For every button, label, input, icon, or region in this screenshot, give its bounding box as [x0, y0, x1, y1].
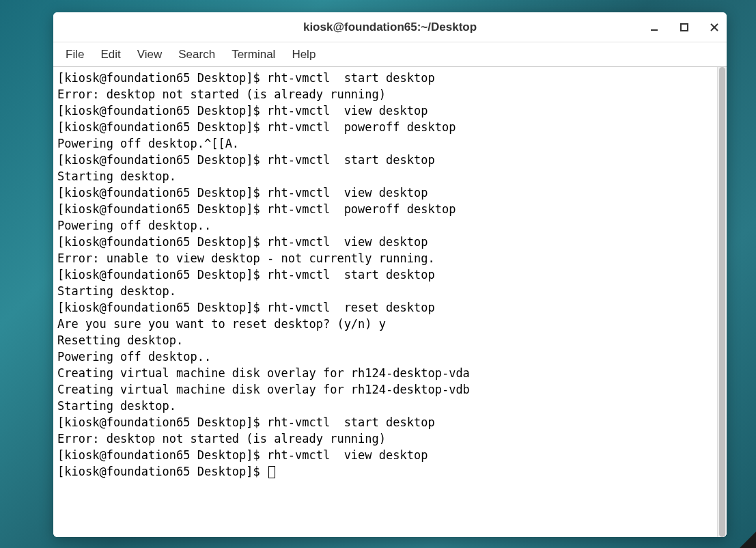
terminal-line: [kiosk@foundation65 Desktop]$ rht-vmctl …: [57, 266, 713, 283]
minimize-icon: [649, 23, 659, 32]
menu-file[interactable]: File: [59, 45, 91, 64]
terminal-line: Starting desktop.: [57, 168, 713, 184]
terminal-line: [kiosk@foundation65 Desktop]$ rht-vmctl …: [57, 152, 713, 168]
terminal-line: Error: desktop not started (is already r…: [57, 430, 713, 447]
terminal-line: Creating virtual machine disk overlay fo…: [57, 365, 713, 381]
close-button[interactable]: [708, 20, 721, 34]
menu-search[interactable]: Search: [171, 45, 222, 64]
terminal-line: Error: unable to view desktop - not curr…: [57, 250, 713, 266]
terminal-line: [kiosk@foundation65 Desktop]$: [57, 463, 713, 480]
terminal-line: [kiosk@foundation65 Desktop]$ rht-vmctl …: [57, 102, 713, 119]
terminal-line: Starting desktop.: [57, 283, 713, 299]
scrollbar-thumb[interactable]: [719, 67, 725, 537]
menu-terminal[interactable]: Terminal: [225, 45, 282, 64]
terminal-line: [kiosk@foundation65 Desktop]$ rht-vmctl …: [57, 201, 713, 217]
terminal-line: Creating virtual machine disk overlay fo…: [57, 381, 713, 398]
scrollbar[interactable]: [717, 67, 727, 537]
terminal-line: [kiosk@foundation65 Desktop]$ rht-vmctl …: [57, 119, 713, 135]
window-controls: [647, 12, 721, 42]
terminal-line: Error: desktop not started (is already r…: [57, 86, 713, 102]
terminal-line: Resetting desktop.: [57, 332, 713, 348]
terminal-content[interactable]: [kiosk@foundation65 Desktop]$ rht-vmctl …: [53, 67, 717, 537]
terminal-line: [kiosk@foundation65 Desktop]$ rht-vmctl …: [57, 70, 713, 86]
terminal-line: [kiosk@foundation65 Desktop]$ rht-vmctl …: [57, 184, 713, 201]
minimize-button[interactable]: [647, 20, 661, 34]
menu-edit[interactable]: Edit: [94, 45, 127, 64]
menu-help[interactable]: Help: [285, 45, 322, 64]
terminal-line: [kiosk@foundation65 Desktop]$ rht-vmctl …: [57, 447, 713, 463]
svg-rect-1: [681, 24, 688, 31]
terminal-line: [kiosk@foundation65 Desktop]$ rht-vmctl …: [57, 299, 713, 316]
maximize-button[interactable]: [677, 20, 691, 34]
terminal-line: Are you sure you want to reset desktop? …: [57, 316, 713, 332]
titlebar: kiosk@foundation65:~/Desktop: [53, 12, 727, 42]
close-icon: [710, 23, 719, 32]
menu-view[interactable]: View: [130, 45, 169, 64]
terminal-line: Powering off desktop..: [57, 348, 713, 365]
cursor-icon: [268, 466, 275, 478]
terminal-area: [kiosk@foundation65 Desktop]$ rht-vmctl …: [53, 67, 727, 537]
terminal-line: Starting desktop.: [57, 398, 713, 414]
terminal-line: [kiosk@foundation65 Desktop]$ rht-vmctl …: [57, 234, 713, 250]
resize-corner-icon: [740, 532, 756, 548]
terminal-line: Powering off desktop.^[[A.: [57, 135, 713, 152]
terminal-line: Powering off desktop..: [57, 217, 713, 234]
maximize-icon: [680, 23, 688, 31]
menubar: File Edit View Search Terminal Help: [53, 42, 727, 67]
svg-rect-0: [651, 29, 658, 31]
terminal-line: [kiosk@foundation65 Desktop]$ rht-vmctl …: [57, 414, 713, 430]
window-title: kiosk@foundation65:~/Desktop: [303, 20, 477, 34]
terminal-window: kiosk@foundation65:~/Desktop File Edit V…: [53, 12, 727, 537]
